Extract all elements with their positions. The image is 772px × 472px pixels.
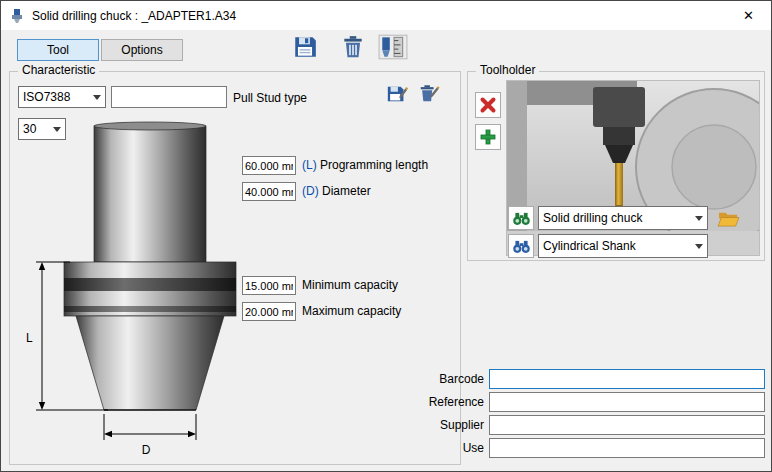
save-button[interactable] bbox=[292, 34, 318, 60]
open-folder-button[interactable] bbox=[714, 206, 742, 230]
shank-type-select[interactable]: Cylindrical Shank bbox=[538, 234, 708, 258]
delete-type-icon-button[interactable] bbox=[416, 82, 442, 106]
chevron-down-icon bbox=[695, 216, 703, 221]
binoculars-icon bbox=[512, 211, 531, 226]
chuck-type-select[interactable]: Solid drilling chuck bbox=[538, 206, 708, 230]
chevron-down-icon bbox=[93, 95, 101, 100]
save-type-icon-button[interactable] bbox=[384, 82, 410, 106]
maximum-capacity-input[interactable] bbox=[242, 302, 296, 321]
toolholder-group: Toolholder bbox=[467, 71, 765, 261]
chuck-type-value: Solid drilling chuck bbox=[543, 211, 642, 225]
standard-select[interactable]: ISO7388 bbox=[18, 86, 106, 108]
title-bar[interactable]: Solid drilling chuck : _ADAPTER1.A34 ✕ bbox=[1, 1, 771, 30]
standard-select-value: ISO7388 bbox=[23, 90, 70, 104]
green-plus-icon bbox=[479, 128, 497, 146]
dialog-window: Solid drilling chuck : _ADAPTER1.A34 ✕ T… bbox=[0, 0, 772, 472]
binoculars-icon bbox=[512, 239, 531, 254]
maximum-capacity-label: Maximum capacity bbox=[302, 302, 401, 321]
close-button[interactable]: ✕ bbox=[726, 1, 771, 30]
remove-toolholder-button[interactable] bbox=[475, 92, 501, 118]
characteristic-group-label: Characteristic bbox=[18, 63, 99, 77]
app-icon bbox=[9, 8, 25, 24]
search-chuck-button[interactable] bbox=[508, 206, 534, 230]
tab-options[interactable]: Options bbox=[101, 39, 183, 61]
diameter-prefix: (D) bbox=[302, 184, 319, 198]
diameter-label: (D) Diameter bbox=[302, 182, 371, 201]
tool-holder-diagram: L D bbox=[16, 120, 256, 460]
shank-type-value: Cylindrical Shank bbox=[543, 239, 636, 253]
dimension-label-d: D bbox=[142, 443, 151, 457]
diameter-input[interactable] bbox=[242, 182, 296, 201]
reference-label: Reference bbox=[384, 392, 484, 412]
barcode-label: Barcode bbox=[384, 369, 484, 389]
delete-button[interactable] bbox=[340, 34, 366, 60]
pull-stud-input[interactable] bbox=[111, 86, 227, 108]
supplier-input[interactable] bbox=[489, 415, 765, 435]
use-label: Use bbox=[384, 438, 484, 458]
programming-length-label: (L) Programming length bbox=[302, 156, 428, 175]
dimension-label-l: L bbox=[26, 331, 33, 345]
window-title: Solid drilling chuck : _ADAPTER1.A34 bbox=[32, 9, 236, 23]
red-x-icon bbox=[479, 96, 497, 114]
supplier-label: Supplier bbox=[384, 415, 484, 435]
programming-length-prefix: (L) bbox=[302, 158, 317, 172]
barcode-input[interactable] bbox=[489, 369, 765, 389]
minimum-capacity-label: Minimum capacity bbox=[302, 276, 398, 295]
programming-length-input[interactable] bbox=[242, 156, 296, 175]
toolholder-group-label: Toolholder bbox=[476, 63, 539, 77]
minimum-capacity-input[interactable] bbox=[242, 276, 296, 295]
open-folder-icon bbox=[717, 209, 740, 228]
search-shank-button[interactable] bbox=[508, 234, 534, 258]
measure-tool-icon-button[interactable] bbox=[378, 34, 408, 60]
pull-stud-label: Pull Stud type bbox=[233, 89, 307, 108]
tab-tool[interactable]: Tool bbox=[17, 39, 99, 61]
use-input[interactable] bbox=[489, 438, 765, 458]
chevron-down-icon bbox=[695, 244, 703, 249]
add-toolholder-button[interactable] bbox=[475, 124, 501, 150]
reference-input[interactable] bbox=[489, 392, 765, 412]
